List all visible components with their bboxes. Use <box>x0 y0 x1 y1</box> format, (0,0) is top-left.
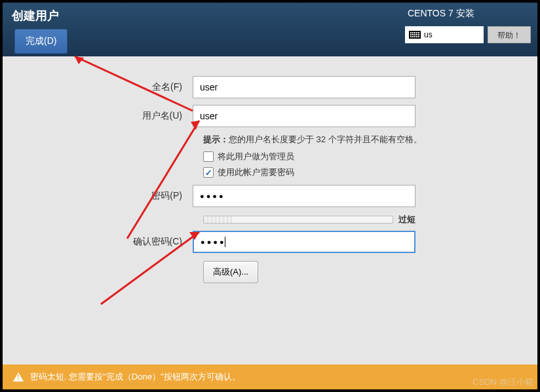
username-label: 用户名(U) <box>35 110 193 122</box>
header-bar: 创建用户 完成(D) CENTOS 7 安装 us 帮助！ <box>3 3 537 56</box>
form-area: 全名(F) 用户名(U) 提示：您的用户名长度要少于 32 个字符并且不能有空格… <box>3 56 537 283</box>
page-title: 创建用户 <box>12 8 59 24</box>
install-title: CENTOS 7 安装 <box>405 8 531 20</box>
done-button[interactable]: 完成(D) <box>14 29 68 54</box>
header-right: CENTOS 7 安装 us 帮助！ <box>405 8 531 43</box>
password-input[interactable]: ●●●● <box>193 185 415 207</box>
confirm-password-dots: ●●●● <box>201 238 226 246</box>
help-button[interactable]: 帮助！ <box>488 26 531 43</box>
password-dots: ●●●● <box>200 192 225 200</box>
full-name-label: 全名(F) <box>35 81 193 93</box>
confirm-password-label: 确认密码(C) <box>35 236 193 248</box>
hint-text: 您的用户名长度要少于 32 个字符并且不能有空格。 <box>229 134 422 144</box>
password-required-label: 使用此帐户需要密码 <box>218 167 294 178</box>
username-input[interactable] <box>193 105 415 127</box>
password-label: 密码(P) <box>35 190 193 202</box>
keyboard-layout-text: us <box>424 30 433 39</box>
full-name-input[interactable] <box>193 76 415 98</box>
keyboard-icon <box>409 31 421 39</box>
password-strength-bar <box>203 216 393 224</box>
admin-checkbox[interactable] <box>203 151 214 162</box>
keyboard-layout-indicator[interactable]: us <box>405 26 484 43</box>
warning-bar: 密码太短. 您需要按"完成（Done）"按钮两次方可确认。 <box>3 364 537 389</box>
username-hint: 提示：您的用户名长度要少于 32 个字符并且不能有空格。 <box>203 134 505 146</box>
hint-prefix: 提示： <box>203 134 229 144</box>
password-required-checkbox[interactable] <box>203 167 214 178</box>
password-strength-label: 过短 <box>398 214 415 225</box>
advanced-button[interactable]: 高级(A)... <box>203 261 258 283</box>
admin-checkbox-label: 将此用户做为管理员 <box>218 151 294 163</box>
confirm-password-input[interactable]: ●●●● <box>193 231 415 253</box>
watermark: CSDN @汪小箱 <box>473 376 533 388</box>
warning-icon <box>13 372 24 382</box>
warning-text: 密码太短. 您需要按"完成（Done）"按钮两次方可确认。 <box>30 371 241 383</box>
